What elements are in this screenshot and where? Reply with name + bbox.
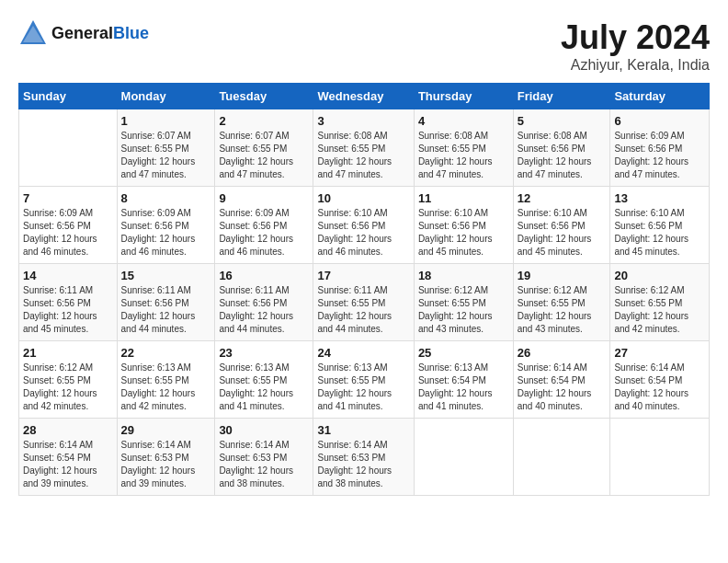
sunset-text: Sunset: 6:56 PM — [614, 143, 705, 155]
sunset-text: Sunset: 6:55 PM — [219, 374, 309, 387]
calendar-cell — [513, 419, 610, 496]
sunset-text: Sunset: 6:54 PM — [418, 374, 509, 387]
daylight-text: Daylight: 12 hours — [518, 310, 607, 323]
calendar-week-row: 28Sunrise: 6:14 AMSunset: 6:54 PMDayligh… — [19, 419, 710, 496]
calendar-cell: 7Sunrise: 6:09 AMSunset: 6:56 PMDaylight… — [19, 187, 118, 264]
day-number: 21 — [23, 346, 113, 360]
header-day-wednesday: Wednesday — [313, 84, 414, 109]
calendar-cell: 1Sunrise: 6:07 AMSunset: 6:55 PMDaylight… — [117, 109, 215, 187]
calendar-cell: 18Sunrise: 6:12 AMSunset: 6:55 PMDayligh… — [414, 264, 513, 341]
day-number: 4 — [418, 114, 509, 128]
sunset-text: Sunset: 6:53 PM — [121, 452, 211, 465]
day-info: Sunrise: 6:12 AMSunset: 6:55 PMDaylight:… — [518, 284, 607, 336]
daylight-text: Daylight: 12 hours — [23, 310, 113, 323]
day-number: 29 — [121, 423, 211, 437]
day-number: 9 — [219, 191, 309, 205]
day-number: 20 — [614, 269, 705, 282]
daylight-text-cont: and 42 minutes. — [121, 400, 211, 413]
calendar-cell: 28Sunrise: 6:14 AMSunset: 6:54 PMDayligh… — [19, 419, 118, 496]
calendar-cell: 2Sunrise: 6:07 AMSunset: 6:55 PMDaylight… — [215, 109, 313, 187]
daylight-text-cont: and 44 minutes. — [219, 323, 309, 336]
day-info: Sunrise: 6:11 AMSunset: 6:55 PMDaylight:… — [317, 284, 409, 336]
calendar-cell: 27Sunrise: 6:14 AMSunset: 6:54 PMDayligh… — [610, 341, 710, 419]
sunset-text: Sunset: 6:53 PM — [219, 452, 309, 465]
daylight-text-cont: and 47 minutes. — [418, 168, 509, 181]
header-day-friday: Friday — [513, 84, 610, 109]
day-number: 30 — [219, 423, 309, 437]
day-number: 10 — [317, 191, 409, 205]
sunrise-text: Sunrise: 6:14 AM — [614, 362, 705, 374]
sunset-text: Sunset: 6:55 PM — [614, 297, 705, 310]
calendar-cell: 22Sunrise: 6:13 AMSunset: 6:55 PMDayligh… — [117, 341, 215, 419]
day-info: Sunrise: 6:07 AMSunset: 6:55 PMDaylight:… — [121, 130, 211, 181]
day-info: Sunrise: 6:10 AMSunset: 6:56 PMDaylight:… — [518, 207, 607, 259]
daylight-text: Daylight: 12 hours — [614, 155, 705, 168]
sunrise-text: Sunrise: 6:12 AM — [23, 362, 113, 374]
day-info: Sunrise: 6:13 AMSunset: 6:55 PMDaylight:… — [121, 362, 211, 413]
sunset-text: Sunset: 6:55 PM — [518, 297, 607, 310]
day-number: 28 — [23, 423, 113, 437]
daylight-text-cont: and 45 minutes. — [614, 246, 705, 259]
daylight-text: Daylight: 12 hours — [317, 155, 409, 168]
daylight-text-cont: and 46 minutes. — [23, 246, 113, 259]
calendar-cell: 26Sunrise: 6:14 AMSunset: 6:54 PMDayligh… — [513, 341, 610, 419]
daylight-text-cont: and 46 minutes. — [121, 246, 211, 259]
day-info: Sunrise: 6:14 AMSunset: 6:53 PMDaylight:… — [121, 439, 211, 490]
day-info: Sunrise: 6:11 AMSunset: 6:56 PMDaylight:… — [219, 284, 309, 336]
sunrise-text: Sunrise: 6:11 AM — [23, 284, 113, 297]
daylight-text: Daylight: 12 hours — [219, 465, 309, 477]
sunset-text: Sunset: 6:55 PM — [317, 374, 409, 387]
sunset-text: Sunset: 6:54 PM — [518, 374, 607, 387]
day-info: Sunrise: 6:08 AMSunset: 6:56 PMDaylight:… — [518, 130, 607, 181]
daylight-text: Daylight: 12 hours — [518, 155, 607, 168]
calendar-cell: 6Sunrise: 6:09 AMSunset: 6:56 PMDaylight… — [610, 109, 710, 187]
day-info: Sunrise: 6:14 AMSunset: 6:53 PMDaylight:… — [317, 439, 409, 490]
daylight-text: Daylight: 12 hours — [121, 465, 211, 477]
logo-icon — [18, 18, 48, 48]
sunrise-text: Sunrise: 6:13 AM — [317, 362, 409, 374]
sunrise-text: Sunrise: 6:12 AM — [418, 284, 509, 297]
sunset-text: Sunset: 6:54 PM — [23, 452, 113, 465]
calendar-cell: 31Sunrise: 6:14 AMSunset: 6:53 PMDayligh… — [313, 419, 414, 496]
daylight-text: Daylight: 12 hours — [418, 387, 509, 400]
sunrise-text: Sunrise: 6:10 AM — [418, 207, 509, 220]
sunrise-text: Sunrise: 6:11 AM — [219, 284, 309, 297]
title-area: July 2024 Azhiyur, Kerala, India — [561, 18, 710, 74]
day-info: Sunrise: 6:09 AMSunset: 6:56 PMDaylight:… — [121, 207, 211, 259]
sunset-text: Sunset: 6:56 PM — [121, 297, 211, 310]
logo: GeneralBlue — [18, 18, 149, 48]
day-info: Sunrise: 6:12 AMSunset: 6:55 PMDaylight:… — [418, 284, 509, 336]
day-number: 16 — [219, 269, 309, 282]
calendar-cell: 4Sunrise: 6:08 AMSunset: 6:55 PMDaylight… — [414, 109, 513, 187]
sunrise-text: Sunrise: 6:07 AM — [219, 130, 309, 143]
calendar-cell — [19, 109, 118, 187]
day-info: Sunrise: 6:14 AMSunset: 6:54 PMDaylight:… — [518, 362, 607, 413]
calendar-cell: 16Sunrise: 6:11 AMSunset: 6:56 PMDayligh… — [215, 264, 313, 341]
daylight-text: Daylight: 12 hours — [23, 465, 113, 477]
calendar-cell: 10Sunrise: 6:10 AMSunset: 6:56 PMDayligh… — [313, 187, 414, 264]
sunrise-text: Sunrise: 6:09 AM — [23, 207, 113, 220]
sunset-text: Sunset: 6:56 PM — [23, 220, 113, 233]
daylight-text: Daylight: 12 hours — [418, 155, 509, 168]
sunrise-text: Sunrise: 6:10 AM — [518, 207, 607, 220]
daylight-text-cont: and 45 minutes. — [23, 323, 113, 336]
day-number: 27 — [614, 346, 705, 360]
daylight-text: Daylight: 12 hours — [219, 387, 309, 400]
daylight-text-cont: and 47 minutes. — [614, 168, 705, 181]
sunset-text: Sunset: 6:56 PM — [518, 143, 607, 155]
daylight-text: Daylight: 12 hours — [518, 387, 607, 400]
daylight-text-cont: and 38 minutes. — [219, 477, 309, 490]
sunset-text: Sunset: 6:53 PM — [317, 452, 409, 465]
day-info: Sunrise: 6:09 AMSunset: 6:56 PMDaylight:… — [614, 130, 705, 181]
header-day-saturday: Saturday — [610, 84, 710, 109]
sunrise-text: Sunrise: 6:08 AM — [518, 130, 607, 143]
daylight-text-cont: and 45 minutes. — [518, 246, 607, 259]
day-number: 6 — [614, 114, 705, 128]
daylight-text-cont: and 40 minutes. — [614, 400, 705, 413]
day-number: 3 — [317, 114, 409, 128]
day-info: Sunrise: 6:10 AMSunset: 6:56 PMDaylight:… — [418, 207, 509, 259]
sunrise-text: Sunrise: 6:09 AM — [219, 207, 309, 220]
day-number: 14 — [23, 269, 113, 282]
header-day-monday: Monday — [117, 84, 215, 109]
daylight-text: Daylight: 12 hours — [121, 387, 211, 400]
